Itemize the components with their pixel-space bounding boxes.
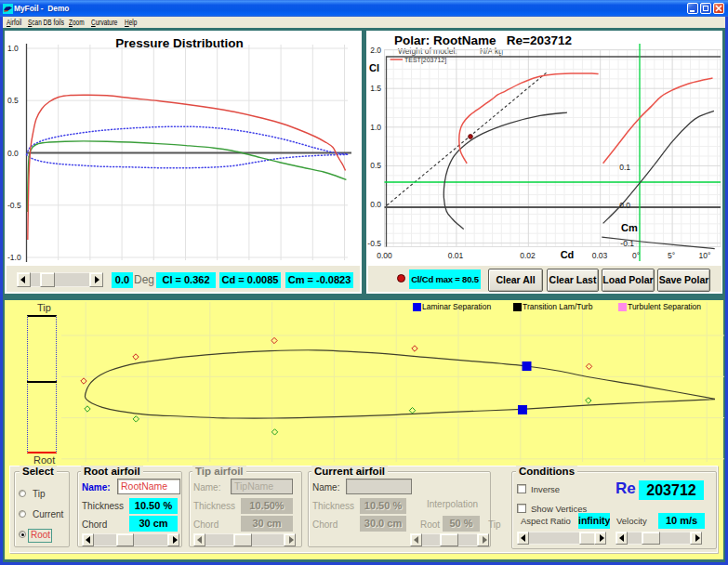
svg-text:1.0: 1.0 bbox=[7, 44, 19, 53]
svg-text:Cm: Cm bbox=[621, 222, 638, 233]
svg-text:-0.5: -0.5 bbox=[367, 239, 381, 248]
svg-text:10°: 10° bbox=[699, 251, 711, 260]
svg-text:2.0: 2.0 bbox=[370, 46, 381, 55]
svg-text:0.03: 0.03 bbox=[592, 251, 608, 260]
svg-text:0.01: 0.01 bbox=[448, 251, 464, 260]
svg-text:0.0: 0.0 bbox=[619, 201, 630, 210]
svg-text:0.0: 0.0 bbox=[7, 149, 19, 158]
svg-text:0.02: 0.02 bbox=[520, 251, 536, 260]
svg-text:-0.5: -0.5 bbox=[7, 201, 21, 210]
svg-text:0.0: 0.0 bbox=[370, 200, 381, 209]
svg-text:1.5: 1.5 bbox=[370, 84, 381, 93]
svg-text:0.1: 0.1 bbox=[619, 163, 630, 172]
svg-text:5°: 5° bbox=[668, 251, 675, 260]
svg-text:0.5: 0.5 bbox=[7, 96, 19, 105]
svg-text:-0.1: -0.1 bbox=[620, 239, 634, 248]
svg-text:0.5: 0.5 bbox=[370, 161, 381, 170]
svg-text:Cd: Cd bbox=[561, 249, 575, 260]
svg-text:Cl: Cl bbox=[369, 62, 379, 73]
svg-text:TEST[203712]: TEST[203712] bbox=[404, 57, 446, 64]
svg-text:-1.0: -1.0 bbox=[7, 253, 21, 262]
svg-text:0°: 0° bbox=[632, 251, 640, 260]
svg-text:1.0: 1.0 bbox=[370, 123, 381, 132]
svg-text:0.00: 0.00 bbox=[377, 251, 392, 260]
